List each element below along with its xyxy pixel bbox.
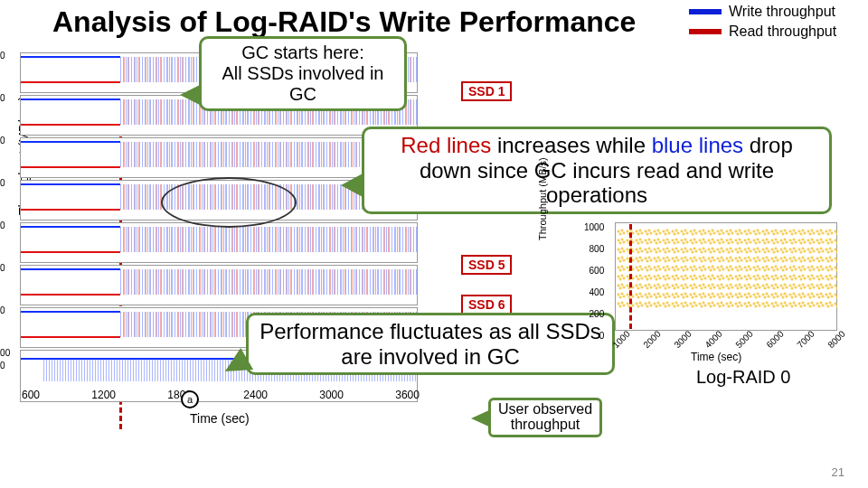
user-observed-callout: User observed throughput <box>488 398 602 437</box>
gc-start-callout: GC starts here: All SSDs involved in GC <box>199 36 407 111</box>
pointer-circle-icon: a <box>181 390 199 408</box>
ssd-label-1: SSD 1 <box>461 81 512 101</box>
scatter-cloud <box>617 228 837 309</box>
left-x-ticks: 600 1200 1800 2400 3000 3600 <box>22 389 420 401</box>
slide-number: 21 <box>832 465 844 479</box>
legend: Write throughput Read throughput <box>689 4 843 43</box>
legend-label-read: Read throughput <box>729 23 836 40</box>
left-xlabel: Time (sec) <box>190 411 250 426</box>
right-ylabel: Throughput (MB/s) <box>537 157 548 240</box>
right-caption: Log-RAID 0 <box>696 367 791 388</box>
ssd-label-6: SSD 6 <box>461 295 512 314</box>
right-y-ticks: 1000 800 600 400 200 0 <box>584 222 604 352</box>
legend-swatch-read <box>689 29 722 34</box>
legend-swatch-write <box>689 9 722 14</box>
legend-label-write: Write throughput <box>729 4 835 20</box>
red-blue-callout: Red lines increases while blue lines dro… <box>362 127 832 214</box>
ssd-chart-5: 6000 <box>20 222 418 263</box>
right-chart: Throughput (MB/s) 1000 800 600 400 200 0… <box>575 222 839 361</box>
legend-row-read: Read throughput <box>689 23 843 40</box>
slide: Analysis of Log-RAID's Write Performance… <box>0 0 868 488</box>
ssd-chart-6: 6000 <box>20 265 418 305</box>
right-gc-line <box>629 224 632 329</box>
perf-fluctuate-callout: Performance fluctuates as all SSDs are i… <box>246 313 615 375</box>
highlight-ellipse <box>161 177 297 228</box>
ssd-label-5: SSD 5 <box>461 255 512 275</box>
page-title: Analysis of Log-RAID's Write Performance <box>52 5 636 39</box>
right-x-ticks: 1000 2000 3000 4000 5000 6000 7000 8000 <box>611 334 846 344</box>
legend-row-write: Write throughput <box>689 4 843 20</box>
right-xlabel: Time (sec) <box>691 351 741 363</box>
